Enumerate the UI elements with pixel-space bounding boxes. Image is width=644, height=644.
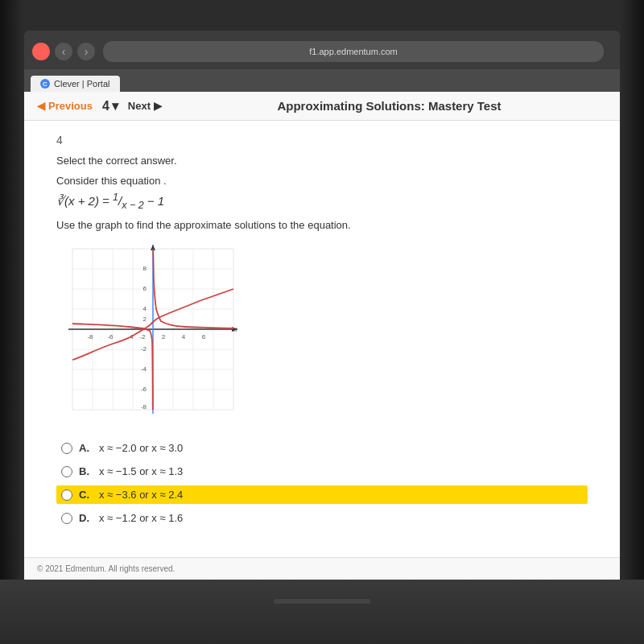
equation-display: ∛(x + 2) = 1/x − 2 − 1 — [56, 192, 588, 211]
back-button[interactable]: ‹ — [55, 43, 72, 60]
svg-text:-2: -2 — [139, 333, 146, 341]
text-a: x ≈ −2.0 or x ≈ 3.0 — [99, 442, 183, 454]
url-text: f1.app.edmentum.com — [309, 47, 397, 56]
page-area: ◀ Previous 4 ▾ Next ▶ Approximating Solu… — [24, 92, 620, 580]
content-area: 4 Select the correct answer. Consider th… — [24, 121, 620, 540]
close-button[interactable] — [32, 43, 50, 60]
label-b: B. — [79, 465, 89, 477]
clever-icon: C — [40, 79, 50, 89]
question-number-nav[interactable]: 4 ▾ — [102, 98, 118, 114]
laptop-speaker — [274, 599, 370, 604]
svg-text:4: 4 — [143, 305, 147, 312]
radio-d[interactable] — [61, 513, 72, 524]
next-nav[interactable]: Next ▶ — [128, 100, 162, 112]
text-c: x ≈ −3.6 or x ≈ 2.4 — [99, 489, 183, 501]
dark-top — [0, 0, 644, 31]
svg-text:-6: -6 — [141, 386, 147, 393]
browser-chrome: ‹ › f1.app.edmentum.com — [24, 31, 620, 72]
label-a: A. — [79, 442, 89, 454]
text-b: x ≈ −1.5 or x ≈ 1.3 — [99, 465, 183, 477]
question-num-display: 4 — [102, 99, 109, 114]
svg-text:-6: -6 — [107, 333, 114, 341]
radio-a[interactable] — [61, 443, 72, 454]
svg-text:4: 4 — [182, 333, 186, 341]
equation-label: Consider this equation . — [56, 175, 588, 187]
svg-text:-2: -2 — [141, 345, 147, 353]
graph-svg: -8 -6 -4 -2 2 4 6 x 8 6 4 2 -2 -4 -6 - — [56, 241, 250, 426]
svg-text:2: 2 — [143, 316, 147, 323]
answer-choice-a[interactable]: A. x ≈ −2.0 or x ≈ 3.0 — [56, 439, 588, 457]
forward-button[interactable]: › — [77, 43, 95, 60]
dropdown-arrow-icon: ▾ — [112, 98, 118, 114]
instruction-text: Select the correct answer. — [56, 155, 588, 167]
prev-arrow: ◀ — [37, 100, 45, 112]
svg-text:-8: -8 — [87, 333, 93, 341]
svg-text:x: x — [233, 325, 237, 333]
dark-right — [620, 0, 644, 644]
next-label: Next — [128, 100, 151, 112]
address-bar[interactable]: f1.app.edmentum.com — [103, 41, 604, 62]
browser-controls: ‹ › — [32, 43, 95, 60]
next-arrow: ▶ — [154, 100, 162, 112]
question-number: 4 — [56, 134, 588, 147]
prev-label: Previous — [48, 100, 93, 112]
answer-choice-d[interactable]: D. x ≈ −1.2 or x ≈ 1.6 — [56, 509, 588, 527]
text-d: x ≈ −1.2 or x ≈ 1.6 — [99, 512, 183, 524]
tab-label: Clever | Portal — [54, 79, 110, 89]
page-title: Approximating Solutions: Mastery Test — [171, 99, 607, 113]
footer: © 2021 Edmentum. All rights reserved. — [24, 557, 620, 580]
svg-text:6: 6 — [202, 333, 206, 341]
dark-left — [0, 0, 24, 644]
svg-text:8: 8 — [143, 265, 147, 272]
tab-clever-portal[interactable]: C Clever | Portal — [31, 76, 120, 92]
graph-instruction: Use the graph to find the approximate so… — [56, 219, 588, 231]
label-c: C. — [79, 489, 89, 501]
answer-choice-b[interactable]: B. x ≈ −1.5 or x ≈ 1.3 — [56, 462, 588, 481]
svg-text:6: 6 — [143, 285, 147, 292]
prev-nav[interactable]: ◀ Previous — [37, 100, 93, 112]
laptop-bottom — [0, 580, 644, 644]
svg-text:-4: -4 — [141, 365, 147, 373]
tab-bar: C Clever | Portal — [24, 69, 620, 92]
answer-choice-c[interactable]: C. x ≈ −3.6 or x ≈ 2.4 — [56, 485, 588, 504]
label-d: D. — [79, 512, 89, 524]
copyright-text: © 2021 Edmentum. All rights reserved. — [37, 564, 175, 573]
answer-choices: A. x ≈ −2.0 or x ≈ 3.0 B. x ≈ −1.5 or x … — [56, 439, 588, 527]
radio-b[interactable] — [61, 466, 72, 477]
nav-bar: ◀ Previous 4 ▾ Next ▶ Approximating Solu… — [24, 92, 620, 121]
laptop-bezel: ‹ › f1.app.edmentum.com C Clever | Porta… — [0, 0, 644, 644]
graph-container: -8 -6 -4 -2 2 4 6 x 8 6 4 2 -2 -4 -6 - — [56, 241, 250, 426]
svg-text:-8: -8 — [141, 403, 147, 411]
svg-text:2: 2 — [162, 333, 166, 341]
radio-c[interactable] — [61, 489, 72, 501]
